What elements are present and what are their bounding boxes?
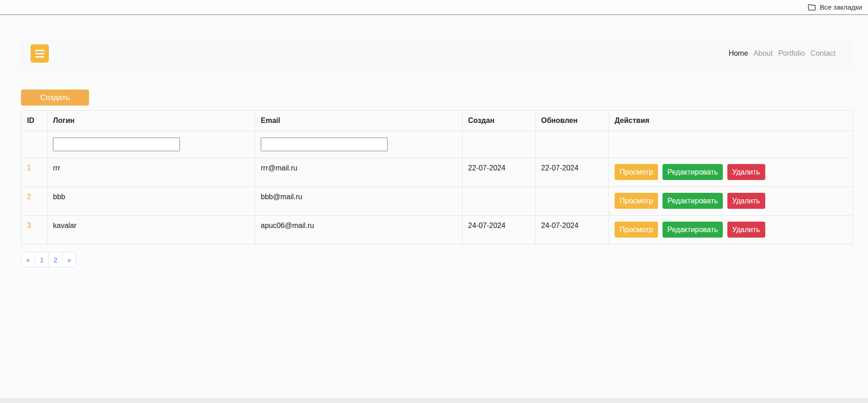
filter-cell-updated: [536, 131, 609, 158]
filter-row: [21, 131, 853, 158]
actions-cell: Просмотр Редактировать Удалить: [609, 216, 853, 244]
actions-cell: Просмотр Редактировать Удалить: [609, 158, 853, 187]
filter-cell-actions: [609, 131, 853, 158]
delete-button[interactable]: Удалить: [727, 222, 765, 238]
delete-button[interactable]: Удалить: [727, 164, 765, 180]
email-filter-input[interactable]: [261, 138, 388, 151]
edit-button[interactable]: Редактировать: [663, 222, 723, 238]
navbar: Home About Portfolio Contact: [19, 37, 853, 69]
table-header-row: ID Логин Email Создан Обновлен Действия: [21, 111, 853, 131]
email-cell: apuc06@mail.ru: [255, 216, 463, 244]
updated-cell: [536, 187, 609, 216]
nav-link-about[interactable]: About: [751, 46, 775, 61]
hamburger-icon: [35, 50, 44, 51]
col-header-created: Создан: [463, 111, 536, 131]
updated-cell: 24-07-2024: [536, 216, 609, 244]
all-bookmarks-button[interactable]: Все закладки: [806, 2, 864, 12]
table-row: 2 bbb bbb@mail.ru Просмотр Редактировать…: [21, 187, 853, 216]
pagination-page-2[interactable]: 2: [48, 252, 63, 267]
created-cell: [463, 187, 536, 216]
col-header-updated: Обновлен: [536, 111, 609, 131]
col-header-id: ID: [21, 111, 47, 131]
hamburger-icon: [35, 56, 44, 58]
col-header-actions: Действия: [609, 111, 853, 131]
email-cell: rrr@mail.ru: [255, 158, 463, 187]
col-header-email: Email: [255, 111, 463, 131]
created-cell: 24-07-2024: [463, 216, 536, 244]
table-row: 1 rrr rrr@mail.ru 22-07-2024 22-07-2024 …: [21, 158, 853, 187]
all-bookmarks-label: Все закладки: [820, 3, 862, 11]
bottom-scrollbar-strip: [0, 398, 868, 403]
pagination-prev[interactable]: «: [21, 252, 35, 267]
filter-cell-created: [463, 131, 536, 158]
view-button[interactable]: Просмотр: [615, 164, 658, 180]
edit-button[interactable]: Редактировать: [663, 164, 723, 180]
col-header-login: Логин: [47, 111, 255, 131]
actions-cell: Просмотр Редактировать Удалить: [609, 187, 853, 216]
nav-link-contact[interactable]: Contact: [808, 46, 838, 61]
menu-toggle-button[interactable]: [31, 44, 49, 63]
delete-button[interactable]: Удалить: [727, 193, 765, 209]
nav-link-portfolio[interactable]: Portfolio: [775, 46, 808, 61]
created-cell: 22-07-2024: [463, 158, 536, 187]
login-cell: rrr: [47, 158, 255, 187]
table-row: 3 kavalar apuc06@mail.ru 24-07-2024 24-0…: [21, 216, 853, 244]
edit-button[interactable]: Редактировать: [663, 193, 723, 209]
users-table: ID Логин Email Создан Обновлен Действия: [21, 110, 853, 244]
login-cell: bbb: [47, 187, 255, 216]
pagination-next[interactable]: »: [62, 252, 76, 267]
pagination-page-1[interactable]: 1: [35, 252, 49, 267]
filter-cell-login: [47, 131, 255, 158]
view-button[interactable]: Просмотр: [615, 193, 658, 209]
login-filter-input[interactable]: [53, 138, 180, 151]
email-cell: bbb@mail.ru: [255, 187, 463, 216]
main-content: Создать ID Логин Email Создан Обновлен Д…: [21, 69, 853, 267]
hamburger-icon: [35, 53, 44, 54]
bookmarks-bar: Все закладки: [0, 0, 868, 15]
filter-cell-id: [21, 131, 47, 158]
updated-cell: 22-07-2024: [536, 158, 609, 187]
pagination: « 1 2 »: [21, 252, 76, 267]
filter-cell-email: [255, 131, 463, 158]
view-button[interactable]: Просмотр: [615, 222, 658, 238]
login-cell: kavalar: [47, 216, 255, 244]
row-id-link[interactable]: 3: [27, 222, 31, 229]
nav-link-home[interactable]: Home: [726, 46, 751, 61]
nav-links: Home About Portfolio Contact: [726, 46, 838, 61]
folder-icon: [808, 4, 816, 11]
row-id-link[interactable]: 2: [27, 193, 31, 201]
create-button[interactable]: Создать: [21, 90, 89, 106]
row-id-link[interactable]: 1: [27, 164, 31, 172]
